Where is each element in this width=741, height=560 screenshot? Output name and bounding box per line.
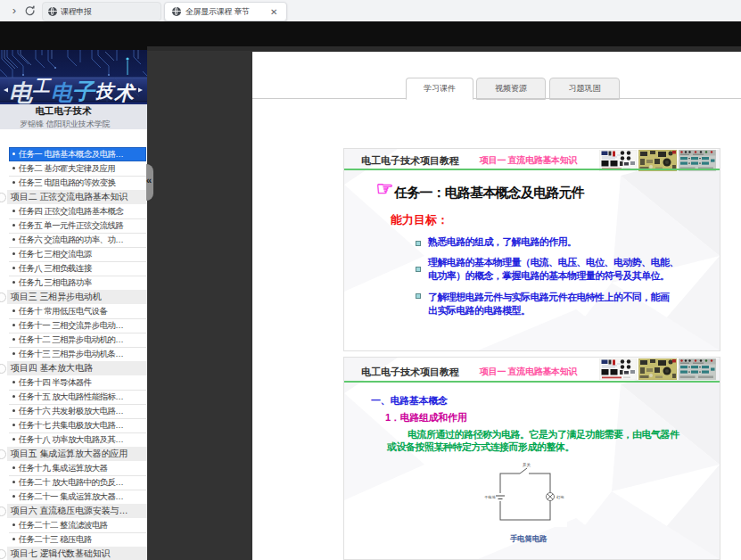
svg-text:电: 电 <box>51 80 74 104</box>
svg-text:术: 术 <box>113 82 136 104</box>
svg-text:电: 电 <box>9 79 34 104</box>
svg-text:干电池: 干电池 <box>484 495 496 499</box>
svg-text:开关: 开关 <box>523 462 531 467</box>
svg-text:子: 子 <box>72 78 96 103</box>
svg-text:灯泡: 灯泡 <box>556 495 564 499</box>
svg-text:工: 工 <box>32 77 52 95</box>
svg-text:技: 技 <box>95 81 116 101</box>
